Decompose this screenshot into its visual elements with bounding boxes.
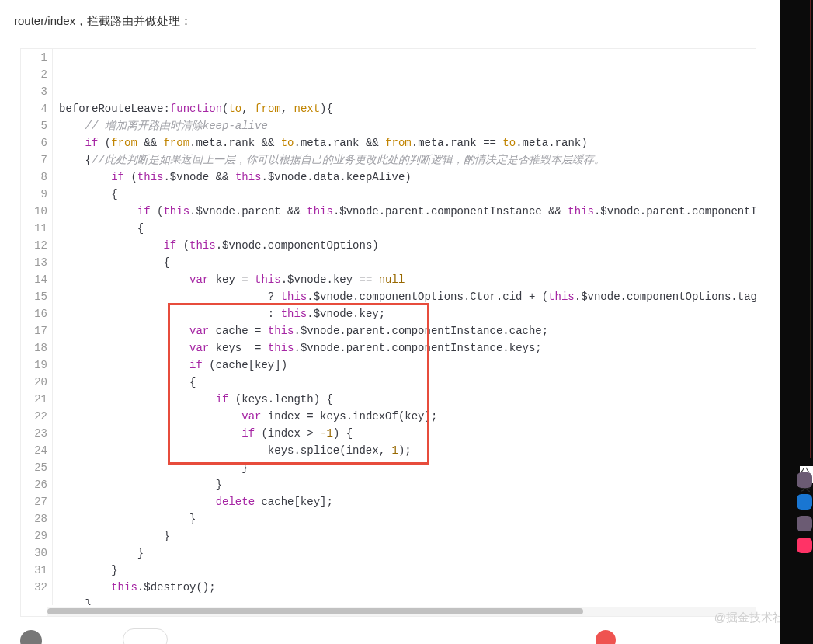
sidebar-icon-3[interactable] (797, 516, 812, 531)
code-line: var key = this.$vnode.key == null (59, 271, 756, 288)
line-number: 16 (21, 305, 47, 322)
code-line: var index = keys.indexOf(key); (59, 408, 756, 425)
line-number-gutter: 1234567891011121314151617181920212223242… (21, 49, 53, 605)
line-number: 18 (21, 339, 47, 357)
code-line: } (59, 459, 756, 476)
line-number: 27 (21, 493, 47, 510)
code-line: beforeRouteLeave:function(to, from, next… (59, 100, 756, 117)
intro-text: router/index，拦截路由并做处理： (14, 14, 192, 29)
code-line: { (59, 254, 756, 271)
code-line: delete cache[key]; (59, 493, 756, 510)
code-line: var cache = this.$vnode.parent.component… (59, 322, 756, 339)
code-lines: beforeRouteLeave:function(to, from, next… (53, 49, 756, 605)
code-line: keys.splice(index, 1); (59, 442, 756, 459)
code-line: } (59, 510, 756, 527)
line-number: 32 (21, 579, 47, 596)
code-block: 1234567891011121314151617181920212223242… (20, 48, 756, 617)
minimap-marks (810, 0, 811, 458)
line-number: 23 (21, 425, 47, 442)
line-number: 2 (21, 66, 47, 83)
line-number: 10 (21, 203, 47, 220)
line-number: 22 (21, 408, 47, 425)
code-line: if (this.$vnode.componentOptions) (59, 237, 756, 254)
code-line: } (59, 527, 756, 545)
line-number: 1 (21, 49, 47, 66)
code-line: if (this.$vnode && this.$vnode.data.keep… (59, 169, 756, 186)
line-number: 15 (21, 288, 47, 305)
line-number: 17 (21, 322, 47, 339)
line-number: 29 (21, 527, 47, 545)
code-line: // 增加离开路由时清除keep-alive (59, 117, 756, 134)
line-number: 8 (21, 169, 47, 186)
code-line: var keys = this.$vnode.parent.componentI… (59, 339, 756, 357)
line-number: 5 (21, 117, 47, 134)
code-line: ? this.$vnode.componentOptions.Ctor.cid … (59, 288, 756, 305)
code-line: if (this.$vnode.parent && this.$vnode.pa… (59, 203, 756, 220)
code-line: { (59, 220, 756, 237)
action-button[interactable] (596, 630, 616, 644)
line-number: 25 (21, 459, 47, 476)
code-line: if (index > -1) { (59, 425, 756, 442)
line-number: 13 (21, 254, 47, 271)
line-number: 24 (21, 442, 47, 459)
sidebar-icon-4[interactable] (797, 538, 812, 553)
line-number: 12 (21, 237, 47, 254)
code-line: this.$destroy(); (59, 579, 756, 596)
line-number: 7 (21, 151, 47, 169)
line-number: 30 (21, 545, 47, 562)
line-number: 28 (21, 510, 47, 527)
sidebar-icon-1[interactable] (797, 472, 812, 488)
code-line: {//此处判断是如果返回上一层，你可以根据自己的业务更改此处的判断逻辑，酌情决定… (59, 151, 756, 169)
line-number: 14 (21, 271, 47, 288)
scrollbar-thumb[interactable] (47, 608, 583, 614)
code-line: } (59, 476, 756, 493)
sidebar-icons (796, 466, 813, 559)
line-number: 21 (21, 391, 47, 408)
code-line: { (59, 186, 756, 203)
line-number: 9 (21, 186, 47, 203)
line-number: 31 (21, 562, 47, 579)
code-line: } (59, 596, 756, 605)
code-line: } (59, 562, 756, 579)
line-number: 4 (21, 100, 47, 117)
code-line: } (59, 545, 756, 562)
line-number: 3 (21, 83, 47, 100)
line-number: 19 (21, 357, 47, 374)
code-line: if (keys.length) { (59, 391, 756, 408)
line-number: 6 (21, 134, 47, 151)
line-number: 11 (21, 220, 47, 237)
code-line: if (from && from.meta.rank && to.meta.ra… (59, 134, 756, 151)
code-line: if (cache[key]) (59, 357, 756, 374)
author-avatar[interactable] (20, 630, 42, 644)
line-number: 26 (21, 476, 47, 493)
follow-button[interactable] (123, 628, 168, 644)
horizontal-scrollbar[interactable] (47, 607, 756, 616)
code-line: : this.$vnode.key; (59, 305, 756, 322)
sidebar-icon-2[interactable] (797, 494, 812, 510)
code-line: { (59, 374, 756, 391)
line-number: 20 (21, 374, 47, 391)
